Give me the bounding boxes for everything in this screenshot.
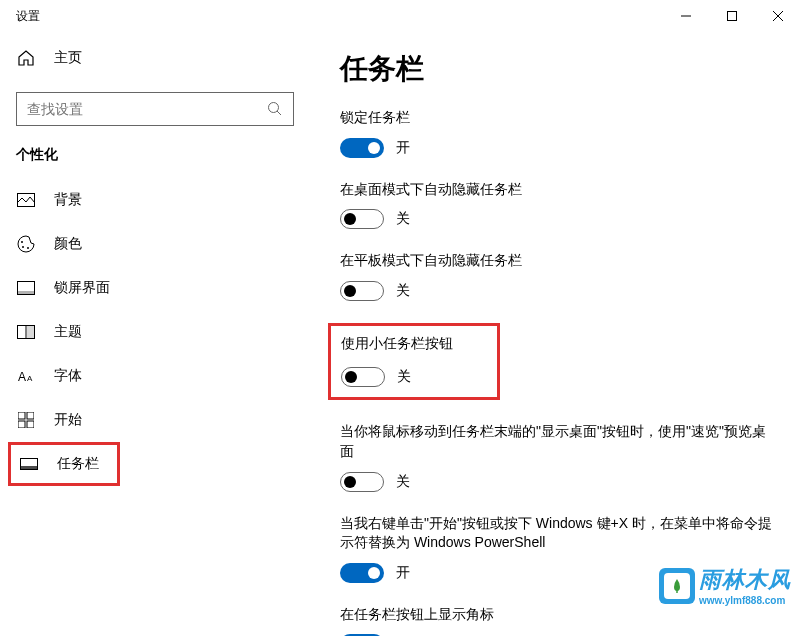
toggle-state: 关	[397, 368, 411, 386]
maximize-button[interactable]	[709, 0, 755, 32]
watermark: 雨林木风 www.ylmf888.com	[659, 565, 791, 606]
setting-peek: 当你将鼠标移动到任务栏末端的"显示桌面"按钮时，使用"速览"预览桌面 关	[340, 422, 777, 491]
sidebar-item-label: 开始	[54, 411, 82, 429]
main-content: 任务栏 锁定任务栏 开 在桌面模式下自动隐藏任务栏 关 在平板模式下自动隐藏任务…	[310, 32, 801, 636]
background-icon	[16, 190, 36, 210]
watermark-logo-icon	[659, 568, 695, 604]
colors-icon	[16, 234, 36, 254]
setting-label: 使用小任务栏按钮	[341, 334, 487, 354]
setting-badges: 在任务栏按钮上显示角标 开	[340, 605, 777, 636]
sidebar-item-lockscreen[interactable]: 锁屏界面	[0, 266, 310, 310]
toggle-state: 关	[396, 473, 410, 491]
svg-rect-14	[27, 326, 34, 338]
setting-label: 当你将鼠标移动到任务栏末端的"显示桌面"按钮时，使用"速览"预览桌面	[340, 422, 777, 461]
sidebar-item-label: 任务栏	[57, 455, 99, 473]
sidebar-item-label: 锁屏界面	[54, 279, 110, 297]
svg-text:A: A	[18, 370, 26, 383]
sidebar-item-background[interactable]: 背景	[0, 178, 310, 222]
toggle-autohide-desktop[interactable]	[340, 209, 384, 229]
home-link[interactable]: 主页	[0, 40, 310, 76]
toggle-powershell[interactable]	[340, 563, 384, 583]
search-icon	[267, 101, 283, 117]
setting-autohide-tablet: 在平板模式下自动隐藏任务栏 关	[340, 251, 777, 301]
close-button[interactable]	[755, 0, 801, 32]
home-label: 主页	[54, 49, 82, 67]
toggle-state: 开	[396, 139, 410, 157]
start-icon	[16, 410, 36, 430]
svg-line-5	[277, 111, 281, 115]
section-header: 个性化	[0, 146, 310, 178]
toggle-autohide-tablet[interactable]	[340, 281, 384, 301]
setting-small-buttons: 使用小任务栏按钮 关	[328, 323, 500, 401]
toggle-state: 开	[396, 564, 410, 582]
svg-rect-17	[18, 412, 25, 419]
titlebar: 设置	[0, 0, 801, 32]
window-title: 设置	[16, 8, 40, 25]
svg-rect-20	[27, 421, 34, 428]
sidebar-item-colors[interactable]: 颜色	[0, 222, 310, 266]
taskbar-icon	[19, 454, 39, 474]
svg-point-8	[22, 246, 24, 248]
svg-point-9	[27, 247, 29, 249]
svg-rect-18	[27, 412, 34, 419]
svg-text:A: A	[27, 374, 33, 383]
watermark-text: 雨林木风	[699, 565, 791, 595]
page-title: 任务栏	[340, 50, 777, 88]
sidebar-item-label: 颜色	[54, 235, 82, 253]
sidebar-item-fonts[interactable]: AA 字体	[0, 354, 310, 398]
search-box[interactable]	[16, 92, 294, 126]
sidebar-item-taskbar[interactable]: 任务栏	[8, 442, 120, 486]
search-input[interactable]	[27, 101, 267, 117]
svg-rect-1	[728, 12, 737, 21]
sidebar-item-label: 字体	[54, 367, 82, 385]
toggle-state: 关	[396, 210, 410, 228]
toggle-small-buttons[interactable]	[341, 367, 385, 387]
setting-lock-taskbar: 锁定任务栏 开	[340, 108, 777, 158]
setting-label: 锁定任务栏	[340, 108, 777, 128]
home-icon	[16, 48, 36, 68]
sidebar-item-label: 背景	[54, 191, 82, 209]
toggle-peek[interactable]	[340, 472, 384, 492]
svg-rect-19	[18, 421, 25, 428]
watermark-url: www.ylmf888.com	[699, 595, 791, 606]
setting-label: 在任务栏按钮上显示角标	[340, 605, 777, 625]
themes-icon	[16, 322, 36, 342]
toggle-state: 关	[396, 282, 410, 300]
setting-label: 当我右键单击"开始"按钮或按下 Windows 键+X 时，在菜单中将命令提示符…	[340, 514, 777, 553]
toggle-lock-taskbar[interactable]	[340, 138, 384, 158]
sidebar-item-themes[interactable]: 主题	[0, 310, 310, 354]
sidebar-item-label: 主题	[54, 323, 82, 341]
lockscreen-icon	[16, 278, 36, 298]
window-controls	[663, 0, 801, 32]
setting-label: 在桌面模式下自动隐藏任务栏	[340, 180, 777, 200]
fonts-icon: AA	[16, 366, 36, 386]
setting-autohide-desktop: 在桌面模式下自动隐藏任务栏 关	[340, 180, 777, 230]
setting-label: 在平板模式下自动隐藏任务栏	[340, 251, 777, 271]
svg-point-7	[21, 241, 23, 243]
sidebar: 主页 个性化 背景 颜色 锁	[0, 32, 310, 636]
svg-rect-22	[21, 466, 37, 469]
minimize-button[interactable]	[663, 0, 709, 32]
svg-rect-11	[18, 291, 34, 294]
sidebar-item-start[interactable]: 开始	[0, 398, 310, 442]
